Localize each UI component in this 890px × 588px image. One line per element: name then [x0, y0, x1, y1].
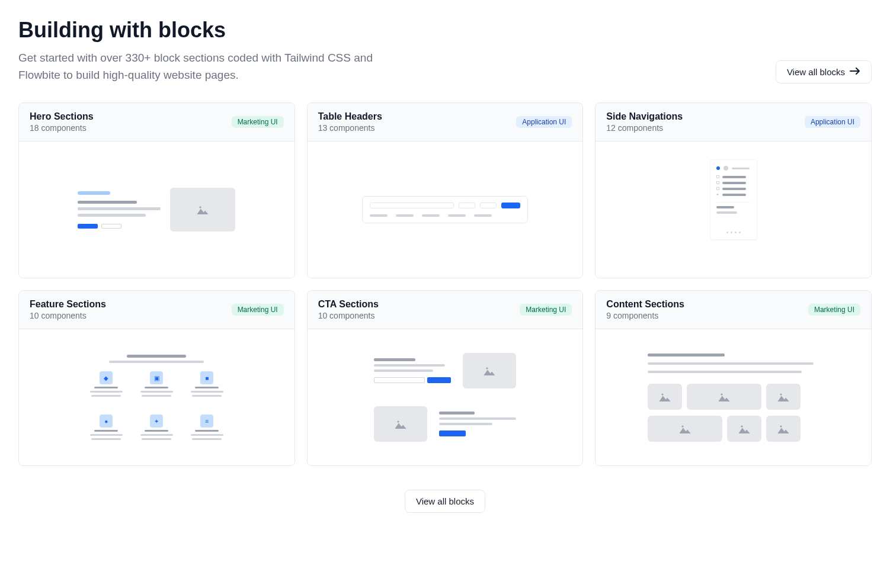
block-card-table-headers[interactable]: Table Headers 13 components Application …	[307, 102, 584, 278]
svg-marker-5	[395, 423, 406, 429]
block-card-content-sections[interactable]: Content Sections 9 components Marketing …	[595, 290, 872, 466]
block-card-cta-sections[interactable]: CTA Sections 10 components Marketing UI	[307, 290, 584, 466]
card-preview	[308, 329, 583, 465]
card-preview	[596, 329, 871, 465]
card-title: Hero Sections	[30, 111, 94, 122]
svg-marker-7	[659, 396, 670, 401]
arrow-right-icon	[850, 67, 860, 77]
svg-point-6	[661, 393, 663, 395]
svg-marker-13	[679, 428, 690, 433]
card-title: Table Headers	[318, 111, 382, 122]
svg-point-10	[780, 393, 782, 395]
view-all-blocks-button[interactable]: View all blocks	[776, 60, 872, 83]
badge-application: Application UI	[516, 116, 572, 128]
svg-point-16	[780, 425, 782, 427]
card-meta: 13 components	[318, 123, 382, 133]
page-header: Building with blocks Get started with ov…	[18, 18, 872, 83]
card-title: Side Navigations	[606, 111, 683, 122]
svg-marker-1	[197, 208, 209, 214]
card-meta: 12 components	[606, 123, 683, 133]
svg-point-4	[397, 420, 399, 422]
block-card-side-navigations[interactable]: Side Navigations 12 components Applicati…	[595, 102, 872, 278]
svg-point-12	[681, 425, 683, 427]
card-preview: +	[596, 142, 871, 278]
badge-marketing: Marketing UI	[808, 304, 860, 316]
card-preview	[308, 142, 583, 278]
block-card-hero-sections[interactable]: Hero Sections 18 components Marketing UI	[18, 102, 295, 278]
badge-marketing: Marketing UI	[232, 116, 284, 128]
badge-marketing: Marketing UI	[232, 304, 284, 316]
view-all-label: View all blocks	[416, 496, 474, 506]
svg-marker-9	[718, 396, 729, 401]
card-title: CTA Sections	[318, 299, 379, 310]
svg-point-8	[721, 393, 722, 395]
block-card-feature-sections[interactable]: Feature Sections 10 components Marketing…	[18, 290, 295, 466]
card-meta: 9 components	[606, 311, 684, 320]
svg-point-14	[741, 425, 742, 427]
view-all-blocks-footer-button[interactable]: View all blocks	[405, 490, 485, 513]
card-preview	[19, 142, 294, 278]
page-subtitle: Get started with over 330+ block section…	[18, 50, 404, 83]
card-meta: 10 components	[318, 311, 379, 320]
badge-application: Application UI	[805, 116, 860, 128]
card-meta: 18 components	[30, 123, 94, 133]
svg-marker-11	[777, 396, 789, 401]
svg-marker-15	[738, 428, 750, 433]
svg-point-0	[200, 206, 201, 208]
blocks-grid: Hero Sections 18 components Marketing UI	[18, 102, 872, 466]
card-title: Feature Sections	[30, 299, 106, 310]
svg-marker-3	[484, 369, 495, 375]
badge-marketing: Marketing UI	[520, 304, 572, 316]
card-preview: ◆ ▣ ■	[19, 329, 294, 465]
card-title: Content Sections	[606, 299, 684, 310]
view-all-label: View all blocks	[787, 67, 845, 77]
card-meta: 10 components	[30, 311, 106, 320]
svg-marker-17	[777, 428, 789, 433]
svg-point-2	[486, 367, 488, 369]
page-title: Building with blocks	[18, 18, 404, 43]
